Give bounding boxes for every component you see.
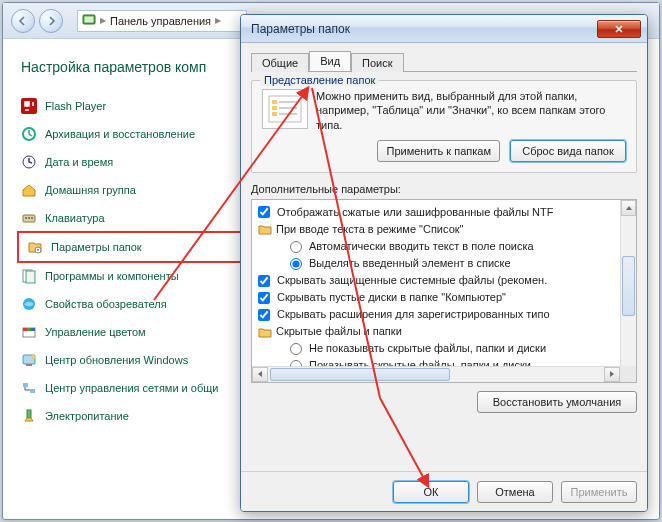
dialog-footer: ОК Отмена Применить bbox=[241, 471, 647, 511]
tree-row[interactable]: Выделять введенный элемент в списке bbox=[258, 255, 630, 272]
tree-row: При вводе текста в режиме "Список" bbox=[258, 221, 630, 238]
svg-rect-16 bbox=[27, 328, 31, 331]
radio[interactable] bbox=[290, 343, 302, 355]
back-button[interactable] bbox=[11, 9, 35, 33]
folder-thumbnail-icon bbox=[262, 89, 308, 129]
checkbox[interactable] bbox=[258, 292, 270, 304]
tree-row[interactable]: Скрывать расширения для зарегистрированн… bbox=[258, 306, 630, 323]
checkbox[interactable] bbox=[258, 275, 270, 287]
cp-item-icon bbox=[21, 324, 37, 340]
tree-label: Не показывать скрытые файлы, папки и дис… bbox=[309, 340, 546, 357]
tree-label: Скрывать расширения для зарегистрированн… bbox=[277, 306, 550, 323]
svg-rect-27 bbox=[279, 107, 297, 109]
tree-label: Автоматически вводить текст в поле поиск… bbox=[309, 238, 534, 255]
reset-folders-button[interactable]: Сброс вида папок bbox=[510, 140, 626, 162]
advanced-settings-box: Отображать сжатые или зашифрованные файл… bbox=[251, 199, 637, 383]
cp-item-label: Свойства обозревателя bbox=[45, 298, 167, 310]
tab-general[interactable]: Общие bbox=[251, 53, 309, 72]
folder-icon bbox=[258, 326, 272, 338]
group-title: Представление папок bbox=[260, 74, 379, 86]
chevron-right-icon: ▶ bbox=[215, 16, 221, 25]
restore-defaults-button[interactable]: Восстановить умолчания bbox=[477, 391, 637, 413]
dialog-title-text: Параметры папок bbox=[251, 22, 350, 36]
tree-label: Отображать сжатые или зашифрованные файл… bbox=[277, 204, 553, 221]
scroll-left-button[interactable] bbox=[252, 367, 268, 382]
tree-label: Скрывать пустые диски в папке "Компьютер… bbox=[277, 289, 506, 306]
svg-rect-29 bbox=[279, 113, 297, 115]
tree-label: Скрытые файлы и папки bbox=[276, 323, 402, 340]
scrollbar-vertical[interactable] bbox=[620, 200, 636, 382]
cancel-button[interactable]: Отмена bbox=[477, 481, 553, 503]
cp-item-icon bbox=[21, 408, 37, 424]
cp-item-icon bbox=[21, 154, 37, 170]
svg-rect-15 bbox=[23, 328, 27, 331]
cp-item-label: Центр управления сетями и общи bbox=[45, 382, 218, 394]
cp-item-label: Параметры папок bbox=[51, 241, 142, 253]
svg-rect-8 bbox=[31, 217, 33, 219]
tree-label: Выделять введенный элемент в списке bbox=[309, 255, 511, 272]
cp-root-icon bbox=[82, 13, 96, 29]
tree-row[interactable]: Отображать сжатые или зашифрованные файл… bbox=[258, 204, 630, 221]
cp-item-icon bbox=[27, 239, 43, 255]
svg-rect-22 bbox=[27, 410, 31, 418]
svg-rect-24 bbox=[272, 100, 277, 104]
apply-button[interactable]: Применить bbox=[561, 481, 637, 503]
advanced-label: Дополнительные параметры: bbox=[251, 183, 637, 195]
cp-item-icon bbox=[21, 268, 37, 284]
radio[interactable] bbox=[290, 258, 302, 270]
tree-label: При вводе текста в режиме "Список" bbox=[276, 221, 463, 238]
scroll-right-button[interactable] bbox=[604, 367, 620, 382]
svg-rect-26 bbox=[272, 106, 277, 110]
tree-row[interactable]: Не показывать скрытые файлы, папки и дис… bbox=[258, 340, 630, 357]
cp-item-label: Центр обновления Windows bbox=[45, 354, 188, 366]
close-button[interactable] bbox=[597, 20, 641, 38]
forward-button[interactable] bbox=[39, 9, 63, 33]
scroll-up-button[interactable] bbox=[621, 200, 636, 216]
checkbox[interactable] bbox=[258, 309, 270, 321]
folder-description: Можно применить вид, выбранный для этой … bbox=[316, 89, 626, 132]
svg-point-10 bbox=[37, 249, 39, 251]
svg-rect-6 bbox=[25, 217, 27, 219]
svg-rect-1 bbox=[85, 16, 94, 22]
cp-item-icon bbox=[21, 98, 37, 114]
cp-item-icon bbox=[21, 182, 37, 198]
cp-item-icon bbox=[21, 380, 37, 396]
svg-rect-12 bbox=[26, 271, 35, 283]
folder-view-group: Представление папок Можно применить вид,… bbox=[251, 80, 637, 173]
cp-item-label: Программы и компоненты bbox=[45, 270, 179, 282]
tree-label: Скрывать защищенные системные файлы (рек… bbox=[277, 272, 547, 289]
tabstrip: Общие Вид Поиск bbox=[251, 51, 637, 72]
cp-item-label: Flash Player bbox=[45, 100, 106, 112]
svg-rect-17 bbox=[31, 328, 35, 331]
breadcrumb-label: Панель управления bbox=[110, 15, 211, 27]
cp-item-label: Управление цветом bbox=[45, 326, 146, 338]
tab-view[interactable]: Вид bbox=[309, 51, 351, 71]
cp-item-icon bbox=[21, 126, 37, 142]
cp-item-label: Домашняя группа bbox=[45, 184, 136, 196]
chevron-right-icon: ▶ bbox=[100, 16, 106, 25]
scroll-thumb-h[interactable] bbox=[270, 368, 450, 381]
scroll-thumb-v[interactable] bbox=[622, 256, 635, 316]
svg-rect-7 bbox=[28, 217, 30, 219]
svg-point-19 bbox=[31, 355, 35, 359]
cp-item-icon bbox=[21, 210, 37, 226]
breadcrumb[interactable]: ▶ Панель управления ▶ bbox=[77, 10, 247, 32]
tree-row[interactable]: Скрывать пустые диски в папке "Компьютер… bbox=[258, 289, 630, 306]
tab-search[interactable]: Поиск bbox=[351, 53, 403, 72]
cp-item-icon bbox=[21, 296, 37, 312]
svg-rect-28 bbox=[272, 112, 277, 116]
scrollbar-horizontal[interactable] bbox=[252, 366, 620, 382]
cp-item-label: Клавиатура bbox=[45, 212, 105, 224]
tree-row[interactable]: Скрывать защищенные системные файлы (рек… bbox=[258, 272, 630, 289]
scroll-corner bbox=[620, 366, 636, 382]
tree-row[interactable]: Автоматически вводить текст в поле поиск… bbox=[258, 238, 630, 255]
dialog-body: Общие Вид Поиск Представление папок Можн… bbox=[241, 43, 647, 471]
svg-rect-21 bbox=[30, 389, 35, 393]
apply-to-folders-button[interactable]: Применить к папкам bbox=[377, 140, 500, 162]
checkbox[interactable] bbox=[258, 206, 270, 218]
dialog-titlebar[interactable]: Параметры папок bbox=[241, 15, 647, 43]
folder-options-dialog: Параметры папок Общие Вид Поиск Представ… bbox=[240, 14, 648, 512]
radio[interactable] bbox=[290, 241, 302, 253]
ok-button[interactable]: ОК bbox=[393, 481, 469, 503]
cp-item-label: Дата и время bbox=[45, 156, 113, 168]
